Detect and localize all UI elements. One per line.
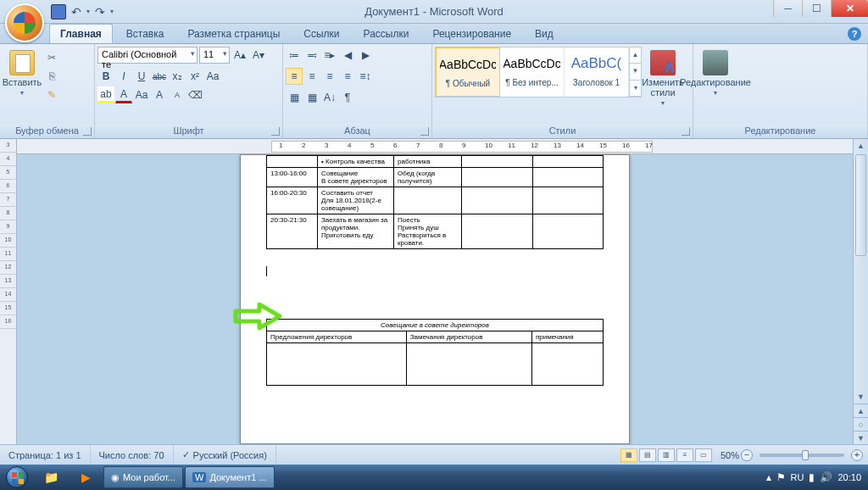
document-page[interactable]: • Контроль качестваработника13:00-16:00С… bbox=[240, 154, 630, 444]
styles-launcher[interactable] bbox=[682, 127, 690, 136]
close-button[interactable]: ✕ bbox=[831, 0, 868, 17]
tab-mailings[interactable]: Рассылки bbox=[353, 25, 420, 43]
line-spacing-button[interactable]: ≡↕ bbox=[357, 68, 374, 85]
tray-clock[interactable]: 20:10 bbox=[837, 472, 861, 482]
shading-button[interactable]: ▦ bbox=[286, 89, 303, 106]
maximize-button[interactable]: ☐ bbox=[802, 0, 831, 17]
tray-language[interactable]: RU bbox=[791, 472, 804, 482]
tab-references[interactable]: Ссылки bbox=[293, 25, 349, 43]
grow-font2[interactable]: A bbox=[151, 86, 168, 103]
paragraph-launcher[interactable] bbox=[420, 127, 429, 136]
taskbar-app-word[interactable]: WДокумент1 ... bbox=[185, 466, 275, 488]
scroll-up-icon[interactable]: ▲ bbox=[854, 139, 868, 153]
strike-button[interactable]: abc bbox=[151, 68, 168, 85]
bold-button[interactable]: B bbox=[97, 68, 114, 85]
vertical-scrollbar[interactable]: ▲ ▼ ▲ ○ ▼ bbox=[853, 139, 868, 444]
shrink-font-button[interactable]: A▾ bbox=[250, 47, 267, 64]
highlight-button[interactable]: ab bbox=[97, 86, 114, 103]
tray-volume-icon[interactable]: 🔊 bbox=[820, 471, 832, 483]
table-cell[interactable]: работника bbox=[394, 156, 462, 168]
borders-button[interactable]: ▦ bbox=[303, 89, 320, 106]
change-case2-button[interactable]: Aa bbox=[133, 86, 150, 103]
status-page[interactable]: Страница: 1 из 1 bbox=[0, 445, 91, 465]
underline-button[interactable]: U bbox=[133, 68, 150, 85]
table-cell[interactable] bbox=[462, 214, 533, 249]
view-draft[interactable]: ▭ bbox=[695, 448, 712, 462]
align-right-button[interactable]: ≡ bbox=[321, 68, 338, 85]
tab-review[interactable]: Рецензирование bbox=[422, 25, 521, 43]
zoom-value[interactable]: 50% bbox=[721, 450, 739, 460]
italic-button[interactable]: I bbox=[115, 68, 132, 85]
align-left-button[interactable]: ≡ bbox=[286, 68, 303, 85]
gallery-more[interactable]: ▾ bbox=[630, 81, 641, 97]
numbering-button[interactable]: ≕ bbox=[303, 47, 320, 64]
text-cursor[interactable] bbox=[266, 266, 604, 276]
view-outline[interactable]: ≡ bbox=[676, 448, 693, 462]
style-heading1[interactable]: AaBbC( Заголовок 1 bbox=[565, 47, 629, 97]
scroll-thumb[interactable] bbox=[855, 154, 866, 256]
table-cell[interactable]: 16:00-20:30 bbox=[267, 187, 318, 214]
align-center-button[interactable]: ≡ bbox=[303, 68, 320, 85]
copy-icon[interactable] bbox=[43, 69, 60, 84]
browse-object-icon[interactable]: ○ bbox=[854, 417, 868, 431]
table-cell[interactable] bbox=[394, 187, 462, 214]
table-cell[interactable]: Заехать в магазин за продуктами.Приготов… bbox=[318, 214, 394, 249]
decrease-indent-button[interactable]: ◀ bbox=[339, 47, 356, 64]
tab-page-layout[interactable]: Разметка страницы bbox=[177, 25, 290, 43]
font-color-button[interactable]: A bbox=[115, 86, 132, 103]
scroll-down-icon[interactable]: ▼ bbox=[854, 390, 868, 404]
start-button[interactable] bbox=[0, 465, 34, 490]
find-button[interactable]: Редактирование ▾ bbox=[696, 47, 735, 97]
status-words[interactable]: Число слов: 70 bbox=[91, 445, 174, 465]
pinned-explorer-icon[interactable]: 📁 bbox=[34, 465, 68, 489]
view-print-layout[interactable]: ▦ bbox=[620, 448, 637, 462]
superscript-button[interactable]: x² bbox=[186, 68, 203, 85]
qat-redo-icon[interactable]: ↷ bbox=[95, 5, 105, 19]
grow-font-button[interactable]: A▴ bbox=[231, 47, 248, 64]
zoom-slider[interactable] bbox=[760, 454, 844, 457]
zoom-in-button[interactable]: + bbox=[851, 449, 863, 461]
zoom-out-button[interactable]: − bbox=[741, 449, 753, 461]
table-cell[interactable]: • Контроль качества bbox=[318, 156, 394, 168]
table-cell[interactable] bbox=[462, 168, 533, 187]
tray-up-icon[interactable]: ▴ bbox=[766, 471, 771, 483]
style-normal[interactable]: AaBbCcDc ¶ Обычный bbox=[436, 47, 500, 97]
table-cell[interactable] bbox=[267, 156, 318, 168]
table-cell[interactable]: 13:00-16:00 bbox=[267, 168, 318, 187]
qat-save-icon[interactable] bbox=[51, 4, 66, 19]
help-icon[interactable]: ? bbox=[848, 27, 861, 41]
schedule-table[interactable]: • Контроль качестваработника13:00-16:00С… bbox=[266, 155, 604, 249]
tray-network-icon[interactable]: ▮ bbox=[809, 471, 815, 483]
office-button[interactable] bbox=[5, 3, 44, 42]
clear-format-button[interactable]: ⌫ bbox=[186, 86, 203, 103]
show-marks-button[interactable]: ¶ bbox=[339, 89, 356, 106]
tab-home[interactable]: Главная bbox=[49, 24, 113, 43]
style-gallery[interactable]: AaBbCcDc ¶ Обычный AaBbCcDc ¶ Без интер.… bbox=[435, 47, 642, 97]
tray-flag-icon[interactable]: ⚑ bbox=[776, 471, 786, 483]
table-cell[interactable] bbox=[532, 156, 604, 168]
subscript-button[interactable]: x₂ bbox=[169, 68, 186, 85]
table-cell[interactable] bbox=[462, 187, 533, 214]
table-cell[interactable]: 20:30-21:30 bbox=[267, 214, 318, 249]
view-full-screen[interactable]: ▤ bbox=[639, 448, 656, 462]
change-styles-button[interactable]: Изменить стили ▾ bbox=[643, 47, 682, 107]
horizontal-ruler[interactable]: 1234567891011121314151617 bbox=[17, 139, 853, 154]
sort-button[interactable]: A↓ bbox=[321, 89, 338, 106]
table-cell[interactable] bbox=[532, 214, 604, 249]
minimize-button[interactable]: ─ bbox=[773, 0, 802, 17]
table-cell[interactable]: Составить отчетДля 18.01.2018(2-е совеща… bbox=[318, 187, 394, 214]
prev-page-icon[interactable]: ▲ bbox=[854, 404, 868, 417]
align-justify-button[interactable]: ≡ bbox=[339, 68, 356, 85]
table-cell[interactable]: Обед (когда получится) bbox=[394, 168, 462, 187]
table-cell[interactable] bbox=[532, 168, 604, 187]
meeting-table[interactable]: Совещание в совете директоров Предложени… bbox=[266, 319, 604, 386]
qat-undo-icon[interactable]: ↶ bbox=[71, 5, 81, 19]
tab-insert[interactable]: Вставка bbox=[116, 25, 175, 43]
font-launcher[interactable] bbox=[271, 127, 280, 136]
change-case-button[interactable]: Aa bbox=[204, 68, 221, 85]
taskbar-app-chrome[interactable]: ◉Мои работ... bbox=[103, 466, 183, 488]
bullets-button[interactable]: ≔ bbox=[286, 47, 303, 64]
multilevel-button[interactable]: ≡▸ bbox=[321, 47, 338, 64]
tab-view[interactable]: Вид bbox=[525, 25, 564, 43]
font-size-combo[interactable]: 11 bbox=[199, 47, 230, 64]
